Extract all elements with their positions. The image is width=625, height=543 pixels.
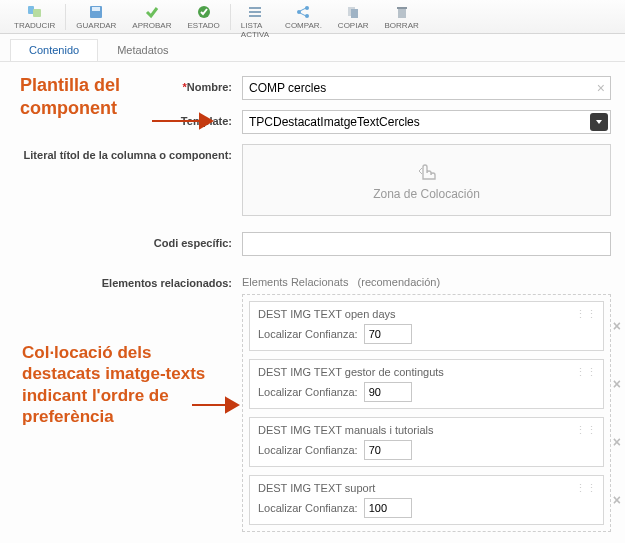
confidence-label: Localizar Confianza: bbox=[258, 502, 358, 514]
toolbar-borrar[interactable]: BORRAR bbox=[377, 4, 427, 30]
svg-rect-1 bbox=[33, 9, 41, 17]
toolbar-label: GUARDAR bbox=[76, 21, 116, 30]
drag-handle-icon[interactable]: ⋮⋮ bbox=[575, 482, 597, 495]
confidence-input[interactable] bbox=[364, 382, 412, 402]
dropzone-label: Zona de Colocación bbox=[373, 187, 480, 201]
separator bbox=[65, 4, 66, 30]
separator bbox=[230, 4, 231, 30]
approve-icon bbox=[144, 4, 160, 20]
toolbar-traducir[interactable]: TRADUCIR bbox=[6, 4, 63, 30]
remove-icon[interactable]: × bbox=[613, 376, 621, 392]
codi-input[interactable] bbox=[242, 232, 611, 256]
related-item-title: DEST IMG TEXT open days bbox=[258, 308, 595, 320]
related-item[interactable]: DEST IMG TEXT suportLocalizar Confianza:… bbox=[249, 475, 604, 525]
confidence-label: Localizar Confianza: bbox=[258, 444, 358, 456]
svg-rect-12 bbox=[351, 9, 358, 18]
related-item[interactable]: DEST IMG TEXT open daysLocalizar Confian… bbox=[249, 301, 604, 351]
svg-rect-7 bbox=[249, 15, 261, 17]
svg-rect-6 bbox=[249, 11, 261, 13]
confidence-label: Localizar Confianza: bbox=[258, 386, 358, 398]
toolbar-lista-activa[interactable]: LISTA ACTIVA bbox=[233, 4, 277, 39]
toolbar-compartir[interactable]: COMPAR. bbox=[277, 4, 330, 30]
copy-icon bbox=[345, 4, 361, 20]
tab-metadatos[interactable]: Metadatos bbox=[98, 39, 187, 61]
dropzone[interactable]: Zona de Colocación bbox=[242, 144, 611, 216]
drag-handle-icon[interactable]: ⋮⋮ bbox=[575, 366, 597, 379]
label-elementos: Elementos relacionados: bbox=[14, 272, 242, 289]
template-select[interactable] bbox=[242, 110, 611, 134]
label-literal: Literal títol de la columna o component: bbox=[14, 144, 242, 161]
chevron-down-icon[interactable] bbox=[590, 113, 608, 131]
delete-icon bbox=[394, 4, 410, 20]
toolbar-label: ESTADO bbox=[187, 21, 219, 30]
form: *Nombre: × Template: Literal títol de la… bbox=[0, 62, 625, 543]
toolbar-label: TRADUCIR bbox=[14, 21, 55, 30]
svg-rect-14 bbox=[397, 7, 407, 9]
list-icon bbox=[247, 4, 263, 20]
hand-pointer-icon bbox=[413, 159, 441, 183]
remove-icon[interactable]: × bbox=[613, 492, 621, 508]
toolbar-label: BORRAR bbox=[385, 21, 419, 30]
toolbar-label: COPIAR bbox=[338, 21, 369, 30]
drag-handle-icon[interactable]: ⋮⋮ bbox=[575, 308, 597, 321]
related-header: Elements Relacionats (recomendación) bbox=[242, 276, 611, 288]
share-icon bbox=[295, 4, 311, 20]
toolbar-label: APROBAR bbox=[132, 21, 171, 30]
svg-rect-13 bbox=[398, 9, 406, 18]
confidence-input[interactable] bbox=[364, 440, 412, 460]
toolbar-label: LISTA ACTIVA bbox=[241, 21, 269, 39]
confidence-input[interactable] bbox=[364, 498, 412, 518]
remove-icon[interactable]: × bbox=[613, 318, 621, 334]
status-icon bbox=[196, 4, 212, 20]
svg-rect-3 bbox=[92, 7, 100, 11]
related-item[interactable]: DEST IMG TEXT manuals i tutorialsLocaliz… bbox=[249, 417, 604, 467]
confidence-label: Localizar Confianza: bbox=[258, 328, 358, 340]
toolbar-copiar[interactable]: COPIAR bbox=[330, 4, 377, 30]
label-nombre: *Nombre: bbox=[14, 76, 242, 93]
confidence-input[interactable] bbox=[364, 324, 412, 344]
toolbar: TRADUCIR GUARDAR APROBAR ESTADO LISTA AC… bbox=[0, 0, 625, 34]
related-item[interactable]: DEST IMG TEXT gestor de contingutsLocali… bbox=[249, 359, 604, 409]
related-item-title: DEST IMG TEXT manuals i tutorials bbox=[258, 424, 595, 436]
clear-icon[interactable]: × bbox=[597, 80, 605, 96]
toolbar-label: COMPAR. bbox=[285, 21, 322, 30]
related-item-title: DEST IMG TEXT suport bbox=[258, 482, 595, 494]
toolbar-aprobar[interactable]: APROBAR bbox=[124, 4, 179, 30]
related-list: DEST IMG TEXT open daysLocalizar Confian… bbox=[242, 294, 611, 532]
related-item-title: DEST IMG TEXT gestor de continguts bbox=[258, 366, 595, 378]
translate-icon bbox=[27, 4, 43, 20]
toolbar-guardar[interactable]: GUARDAR bbox=[68, 4, 124, 30]
toolbar-estado[interactable]: ESTADO bbox=[179, 4, 227, 30]
tabs: Contenido Metadatos bbox=[0, 34, 625, 62]
tab-contenido[interactable]: Contenido bbox=[10, 39, 98, 61]
save-icon bbox=[88, 4, 104, 20]
label-codi: Codi específic: bbox=[14, 232, 242, 249]
drag-handle-icon[interactable]: ⋮⋮ bbox=[575, 424, 597, 437]
label-template: Template: bbox=[14, 110, 242, 127]
svg-rect-5 bbox=[249, 7, 261, 9]
nombre-input[interactable] bbox=[242, 76, 611, 100]
remove-icon[interactable]: × bbox=[613, 434, 621, 450]
